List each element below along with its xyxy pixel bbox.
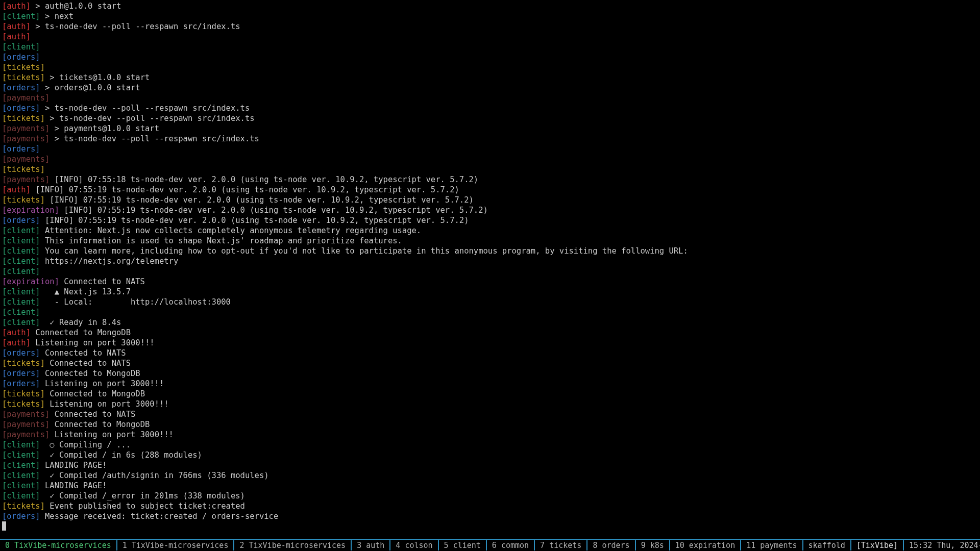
log-message: [INFO] 07:55:19 ts-node-dev ver. 2.0.0 (… bbox=[40, 216, 469, 225]
log-line: [client] ▲ Next.js 13.5.7 bbox=[2, 287, 978, 297]
log-service-tag: [payments] bbox=[2, 124, 50, 133]
statusbar-tab-auth[interactable]: 3 auth bbox=[352, 540, 390, 550]
log-service-tag: [tickets] bbox=[2, 359, 45, 368]
log-service-tag: [tickets] bbox=[2, 165, 45, 174]
log-service-tag: [client] bbox=[2, 267, 40, 276]
log-message: > auth@1.0.0 start bbox=[31, 2, 121, 11]
log-service-tag: [auth] bbox=[2, 2, 31, 11]
log-line: [payments] Connected to NATS bbox=[2, 409, 978, 419]
log-line: [payments] Connected to MongoDB bbox=[2, 419, 978, 430]
log-line: [auth] Listening on port 3000!!! bbox=[2, 338, 978, 348]
log-line: [tickets] > ts-node-dev --poll --respawn… bbox=[2, 113, 978, 123]
statusbar-tabs: 0 TixVibe-microservices1 TixVibe-microse… bbox=[0, 540, 803, 550]
statusbar-app: skaffold bbox=[803, 540, 851, 550]
log-line: [payments] Listening on port 3000!!! bbox=[2, 430, 978, 440]
log-message: > next bbox=[40, 12, 74, 21]
log-service-tag: [auth] bbox=[2, 185, 31, 194]
statusbar-tab-common[interactable]: 6 common bbox=[487, 540, 535, 550]
log-service-tag: [orders] bbox=[2, 379, 40, 388]
log-message: This information is used to shape Next.j… bbox=[40, 236, 402, 245]
log-service-tag: [tickets] bbox=[2, 389, 45, 398]
log-line: [tickets] Connected to NATS bbox=[2, 358, 978, 368]
statusbar-tab-expiration[interactable]: 10 expiration bbox=[670, 540, 741, 550]
log-service-tag: [client] bbox=[2, 318, 40, 327]
log-line: [client] LANDING PAGE! bbox=[2, 460, 978, 470]
log-message: > ts-node-dev --poll --respawn src/index… bbox=[45, 114, 255, 123]
statusbar-session: [TixVibe] bbox=[851, 540, 904, 550]
log-line: [auth] [INFO] 07:55:19 ts-node-dev ver. … bbox=[2, 185, 978, 195]
statusbar-tab-colson[interactable]: 4 colson bbox=[390, 540, 438, 550]
log-message: You can learn more, including how to opt… bbox=[40, 246, 688, 256]
log-service-tag: [auth] bbox=[2, 32, 31, 41]
log-line: [orders] Listening on port 3000!!! bbox=[2, 379, 978, 389]
log-message: Event published to subject ticket:create… bbox=[45, 502, 245, 511]
log-service-tag: [orders] bbox=[2, 144, 40, 154]
log-line: [auth] Connected to MongoDB bbox=[2, 328, 978, 338]
statusbar-tab-k8s[interactable]: 9 k8s bbox=[636, 540, 670, 550]
log-service-tag: [orders] bbox=[2, 512, 40, 521]
log-message: > ts-node-dev --poll --respawn src/index… bbox=[50, 134, 259, 143]
log-message: Listening on port 3000!!! bbox=[31, 338, 155, 347]
statusbar-tab-tickets[interactable]: 7 tickets bbox=[535, 540, 587, 550]
log-service-tag: [tickets] bbox=[2, 502, 45, 511]
log-service-tag: [tickets] bbox=[2, 63, 45, 72]
log-message: Message received: ticket:created / order… bbox=[40, 512, 279, 521]
log-service-tag: [client] bbox=[2, 471, 40, 480]
log-line: [payments] > payments@1.0.0 start bbox=[2, 123, 978, 134]
log-message: Connected to NATS bbox=[50, 410, 135, 419]
log-message: [INFO] 07:55:19 ts-node-dev ver. 2.0.0 (… bbox=[45, 195, 474, 205]
log-service-tag: [client] bbox=[2, 440, 40, 449]
statusbar-tab-client[interactable]: 5 client bbox=[439, 540, 487, 550]
log-service-tag: [client] bbox=[2, 450, 40, 460]
log-line: [payments] bbox=[2, 93, 978, 103]
statusbar-tab-tixvibe-microservices[interactable]: 1 TixVibe-microservices bbox=[117, 540, 235, 550]
log-line: [tickets] bbox=[2, 164, 978, 174]
log-message: Listening on port 3000!!! bbox=[40, 379, 164, 388]
log-line: [client] ○ Compiling / ... bbox=[2, 440, 978, 450]
log-service-tag: [orders] bbox=[2, 83, 40, 92]
cursor-line[interactable] bbox=[2, 521, 978, 532]
statusbar-tab-payments[interactable]: 11 payments bbox=[741, 540, 803, 550]
statusbar-tab-orders[interactable]: 8 orders bbox=[587, 540, 635, 550]
log-service-tag: [expiration] bbox=[2, 277, 59, 286]
log-service-tag: [client] bbox=[2, 297, 40, 307]
log-message: Listening on port 3000!!! bbox=[50, 430, 174, 439]
log-message: [INFO] 07:55:19 ts-node-dev ver. 2.0.0 (… bbox=[59, 206, 488, 215]
log-message: [INFO] 07:55:18 ts-node-dev ver. 2.0.0 (… bbox=[50, 175, 478, 184]
log-message: > orders@1.0.0 start bbox=[40, 83, 140, 92]
log-service-tag: [expiration] bbox=[2, 206, 59, 215]
log-message: LANDING PAGE! bbox=[40, 461, 107, 470]
log-service-tag: [client] bbox=[2, 287, 40, 296]
log-message: Connected to MongoDB bbox=[40, 369, 140, 378]
log-message: Connected to MongoDB bbox=[31, 328, 131, 337]
log-line: [auth] > auth@1.0.0 start bbox=[2, 1, 978, 11]
statusbar-tab-tixvibe-microservices[interactable]: 0 TixVibe-microservices bbox=[0, 540, 117, 550]
log-line: [tickets] Event published to subject tic… bbox=[2, 501, 978, 511]
log-line: [client] bbox=[2, 266, 978, 277]
log-service-tag: [payments] bbox=[2, 420, 50, 429]
log-message: Connected to NATS bbox=[59, 277, 145, 286]
statusbar-tab-tixvibe-microservices[interactable]: 2 TixVibe-microservices bbox=[234, 540, 352, 550]
log-line: [client] ✓ Compiled /auth/signin in 766m… bbox=[2, 470, 978, 481]
log-message: Listening on port 3000!!! bbox=[45, 399, 169, 409]
log-message: > ts-node-dev --poll --respawn src/index… bbox=[31, 22, 240, 31]
log-line: [orders] bbox=[2, 52, 978, 62]
log-service-tag: [orders] bbox=[2, 348, 40, 358]
log-service-tag: [orders] bbox=[2, 104, 40, 113]
log-message: > tickets@1.0.0 start bbox=[45, 73, 150, 82]
terminal-output[interactable]: [auth] > auth@1.0.0 start[client] > next… bbox=[0, 0, 980, 539]
log-service-tag: [client] bbox=[2, 308, 40, 317]
log-message: ✓ Ready in 8.4s bbox=[40, 318, 121, 327]
cursor-icon bbox=[2, 521, 6, 531]
log-line: [orders] Connected to MongoDB bbox=[2, 368, 978, 379]
log-line: [orders] bbox=[2, 144, 978, 154]
log-line: [orders] Connected to NATS bbox=[2, 348, 978, 358]
log-line: [client] bbox=[2, 42, 978, 52]
log-line: [expiration] Connected to NATS bbox=[2, 277, 978, 287]
log-service-tag: [orders] bbox=[2, 216, 40, 225]
log-line: [tickets] Listening on port 3000!!! bbox=[2, 399, 978, 409]
log-line: [client] - Local: http://localhost:3000 bbox=[2, 297, 978, 307]
log-line: [orders] > ts-node-dev --poll --respawn … bbox=[2, 103, 978, 113]
log-line: [payments] > ts-node-dev --poll --respaw… bbox=[2, 134, 978, 144]
tmux-statusbar: 0 TixVibe-microservices1 TixVibe-microse… bbox=[0, 539, 980, 551]
